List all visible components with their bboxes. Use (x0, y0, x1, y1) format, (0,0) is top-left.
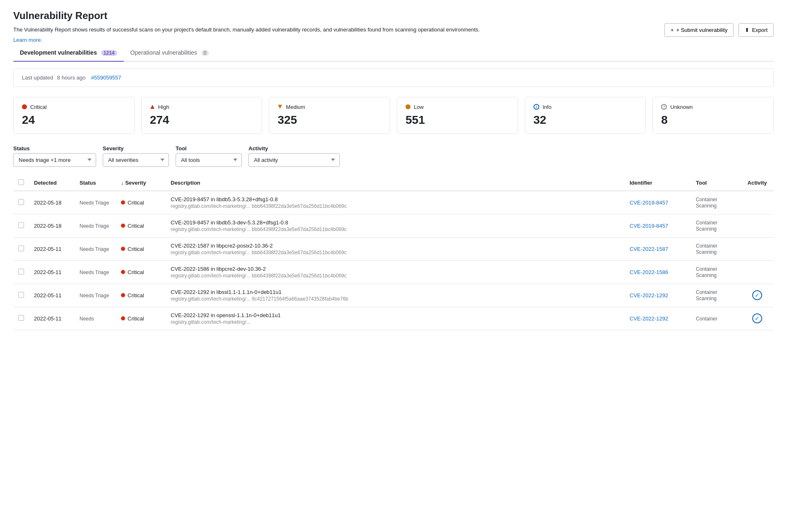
description-sub: registry.gitlab.com/tech-marketing/... b… (171, 203, 620, 209)
identifier-link[interactable]: CVE-2022-1292 (630, 292, 668, 298)
cell-description: CVE-2022-1586 in libpcre2-dev-10.36-2reg… (166, 260, 625, 284)
info-count: 32 (534, 113, 637, 127)
vulnerabilities-table-wrapper: Detected Status ↓ Severity Description I… (13, 175, 774, 330)
description-main: CVE-2019-8457 in libdb5.3-5.3.28+dfsg1-0… (171, 196, 620, 202)
tab-dev-label: Development vulnerabilities (20, 49, 97, 56)
table-row: 2022-05-11Needs TriageCriticalCVE-2022-1… (13, 260, 774, 284)
cell-identifier: CVE-2019-8457 (625, 191, 691, 214)
severity-card-high[interactable]: High 274 (141, 97, 263, 134)
submit-vulnerability-button[interactable]: + + Submit vulnerability (664, 23, 734, 37)
tool-label: Container (696, 316, 717, 322)
tool-label: Container Scanning (696, 289, 717, 301)
identifier-link[interactable]: CVE-2019-8457 (630, 200, 668, 206)
activity-filter-select[interactable]: All activity (249, 153, 340, 167)
activity-filter-label: Activity (249, 145, 340, 152)
severity-sort-label: ↓ (121, 180, 125, 186)
critical-dot-icon (121, 224, 125, 228)
cell-identifier: CVE-2019-8457 (625, 214, 691, 237)
filters-row: Status Needs triage +1 more Severity All… (13, 145, 774, 167)
row-checkbox-5[interactable] (18, 315, 24, 321)
medium-label: Medium (286, 104, 305, 110)
severity-filter-group: Severity All severities (103, 145, 169, 167)
severity-label: Critical (128, 223, 144, 229)
cell-activity (741, 237, 774, 260)
tabs-container: Development vulnerabilities 1214 Operati… (13, 45, 774, 62)
svg-marker-0 (150, 105, 155, 109)
row-checkbox-1[interactable] (18, 222, 24, 228)
cell-detected: 2022-05-18 (29, 191, 75, 214)
status-badge: Needs Triage (80, 270, 109, 275)
activity-filter-group: Activity All activity (249, 145, 340, 167)
col-header-tool: Tool (691, 175, 741, 191)
row-checkbox-2[interactable] (18, 246, 24, 251)
severity-filter-select[interactable]: All severities (103, 153, 169, 167)
description-main: CVE-2022-1586 in libpcre2-dev-10.36-2 (171, 266, 620, 272)
severity-card-medium[interactable]: Medium 325 (269, 97, 390, 134)
row-checkbox-3[interactable] (18, 269, 24, 274)
cell-activity (741, 214, 774, 237)
cell-identifier: CVE-2022-1586 (625, 260, 691, 284)
identifier-link[interactable]: CVE-2022-1586 (630, 269, 668, 275)
status-filter-select[interactable]: Needs triage +1 more (13, 153, 96, 167)
table-row: 2022-05-11Needs TriageCriticalCVE-2022-1… (13, 237, 774, 260)
cell-tool: Container Scanning (691, 191, 741, 214)
identifier-link[interactable]: CVE-2019-8457 (630, 223, 668, 229)
description-sub: registry.gitlab.com/tech-marketing/... b… (171, 226, 620, 232)
cell-description: CVE-2019-8457 in libdb5.3-5.3.28+dfsg1-0… (166, 191, 625, 214)
cell-severity: Critical (116, 260, 166, 284)
table-row: 2022-05-11Needs TriageCriticalCVE-2022-1… (13, 284, 774, 307)
cell-tool: Container Scanning (691, 237, 741, 260)
tab-dev-vulnerabilities[interactable]: Development vulnerabilities 1214 (13, 45, 124, 61)
unknown-label: Unknown (670, 104, 693, 110)
cell-status: Needs Triage (75, 237, 116, 260)
medium-icon (278, 104, 282, 109)
severity-card-info[interactable]: i Info 32 (525, 97, 646, 134)
severity-card-unknown[interactable]: ? Unknown 8 (652, 97, 774, 134)
cell-activity (741, 191, 774, 214)
unknown-count: 8 (661, 113, 765, 127)
table-row: 2022-05-18Needs TriageCriticalCVE-2019-8… (13, 191, 774, 214)
identifier-link[interactable]: CVE-2022-1292 (630, 315, 668, 322)
description-sub: registry.gitlab.com/tech-marketing/... (171, 319, 620, 325)
severity-label: Critical (128, 246, 144, 252)
export-button[interactable]: ⬆ Export (739, 23, 774, 37)
low-label: Low (414, 104, 424, 110)
cell-severity: Critical (116, 284, 166, 307)
low-icon (406, 104, 410, 109)
critical-dot-icon (121, 270, 125, 274)
cell-description: CVE-2022-1292 in openssl-1.1.1n-0+deb11u… (166, 307, 625, 330)
severity-card-low[interactable]: Low 551 (397, 97, 518, 134)
cell-tool: Container (691, 307, 741, 330)
last-updated-time: 8 hours ago (57, 75, 86, 81)
cell-activity: ✓ (741, 284, 774, 307)
description-sub: registry.gitlab.com/tech-marketing/... b… (171, 250, 620, 255)
cell-tool: Container Scanning (691, 284, 741, 307)
severity-card-critical[interactable]: Critical 24 (13, 97, 135, 134)
cell-activity (741, 260, 774, 284)
unknown-icon: ? (661, 104, 667, 110)
row-checkbox-4[interactable] (18, 292, 24, 298)
tab-ops-vulnerabilities[interactable]: Operational vulnerabilities 0 (124, 45, 216, 61)
cell-status: Needs Triage (75, 260, 116, 284)
tool-label: Container Scanning (696, 243, 717, 255)
learn-more-link[interactable]: Learn more. (13, 37, 42, 43)
severity-label: Critical (128, 315, 144, 322)
cell-severity: Critical (116, 237, 166, 260)
low-count: 551 (406, 113, 509, 127)
activity-check-icon[interactable]: ✓ (752, 290, 762, 300)
identifier-link[interactable]: CVE-2022-1587 (630, 246, 668, 252)
tool-filter-select[interactable]: All tools (176, 153, 242, 167)
description-main: CVE-2022-1587 in libpcre2-posix2-10.36-2 (171, 243, 620, 249)
export-label: Export (752, 27, 768, 33)
col-header-severity[interactable]: ↓ Severity (116, 175, 166, 191)
select-all-checkbox[interactable] (18, 179, 24, 185)
cell-identifier: CVE-2022-1292 (625, 284, 691, 307)
cell-status: Needs Triage (75, 284, 116, 307)
high-count: 274 (150, 113, 254, 127)
cell-tool: Container Scanning (691, 260, 741, 284)
cell-status: Needs (75, 307, 116, 330)
activity-check-icon[interactable]: ✓ (752, 313, 762, 323)
row-checkbox-0[interactable] (18, 199, 24, 205)
commit-link[interactable]: #559059557 (91, 75, 121, 81)
table-header-row: Detected Status ↓ Severity Description I… (13, 175, 774, 191)
